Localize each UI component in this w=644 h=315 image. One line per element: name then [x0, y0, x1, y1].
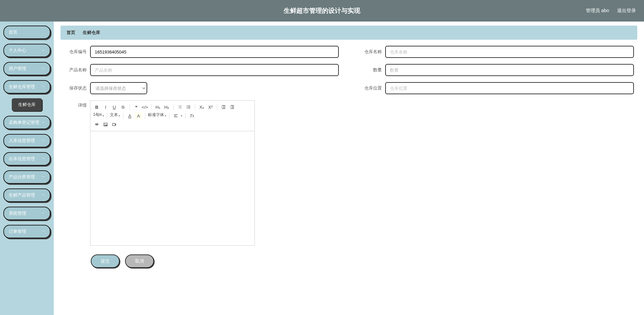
button-row: 提交 取消 — [61, 246, 637, 268]
input-quantity[interactable] — [385, 64, 634, 76]
chevron-down-icon: ﹀ — [42, 229, 45, 234]
sidebar-item-product-mgmt[interactable]: 生鲜产品管理 ﹀ — [3, 188, 50, 202]
h1-icon[interactable]: H₁ — [154, 103, 162, 111]
sidebar-subitem-label: 生鲜仓库 — [18, 102, 36, 107]
label-warehouse-location: 仓库位置 — [359, 85, 382, 91]
sidebar-item-label: 出库信息管理 — [9, 156, 35, 162]
input-warehouse-location[interactable] — [385, 82, 634, 94]
caret-down-icon: ▾ — [119, 114, 120, 117]
separator — [129, 104, 130, 110]
sidebar-item-label: 用户管理 — [9, 66, 26, 72]
breadcrumb-home[interactable]: 首页 — [67, 30, 75, 35]
label-warehouse-no: 仓库编号 — [64, 49, 87, 55]
row-warehouse-location: 仓库位置 — [359, 82, 634, 94]
italic-icon[interactable]: I — [102, 103, 109, 111]
label-detail: 详情 — [64, 100, 87, 246]
svg-rect-8 — [113, 124, 115, 126]
sidebar-item-label: 首页 — [9, 29, 17, 35]
app-header: 生鲜超市管理的设计与实现 管理员 abo 退出登录 — [0, 0, 644, 22]
editor-toolbar: B I U S ❝ </> H₁ H₂ — [90, 100, 255, 131]
input-warehouse-name[interactable] — [385, 46, 634, 58]
user-label[interactable]: 管理员 abo — [586, 8, 609, 14]
list-ordered-icon[interactable] — [176, 103, 184, 111]
sidebar-item-warehouse-mgmt[interactable]: 生鲜仓库管理 ﹀ — [3, 80, 50, 94]
font-family-select[interactable]: 标准字体 ▾ — [148, 112, 166, 119]
chevron-down-icon: ﹀ — [42, 156, 45, 161]
breadcrumb: 首页 生鲜仓库 — [61, 26, 637, 40]
separator — [169, 113, 169, 119]
cancel-button[interactable]: 取消 — [125, 254, 154, 268]
main-content: 首页 生鲜仓库 仓库编号 仓库名称 产品名称 数量 保存状态 — [54, 22, 644, 315]
row-detail: 详情 B I U S ❝ </> H₁ H₂ — [61, 94, 637, 246]
editor-body[interactable] — [90, 131, 255, 246]
separator — [151, 104, 152, 110]
align-icon[interactable] — [172, 112, 179, 119]
chevron-down-icon: ﹀ — [42, 84, 45, 89]
sidebar-item-label: 个人中心 — [9, 47, 26, 54]
sidebar-item-inbound-mgmt[interactable]: 入库信息管理 ﹀ — [3, 134, 50, 147]
caret-down-icon[interactable]: ▾ — [181, 114, 183, 117]
sidebar-subitem-warehouse[interactable]: 生鲜仓库 — [12, 98, 42, 111]
svg-rect-1 — [188, 106, 190, 106]
list-unordered-icon[interactable] — [185, 103, 192, 111]
chevron-down-icon: ﹀ — [42, 211, 45, 216]
bg-color-icon[interactable]: A — [135, 112, 142, 119]
chevron-down-icon: ﹀ — [42, 120, 45, 125]
sidebar-item-purchase-mgmt[interactable]: 采购单登记管理 ﹀ — [3, 116, 50, 129]
sidebar-item-user-mgmt[interactable]: 用户管理 ﹀ — [3, 62, 50, 75]
chevron-down-icon: ﹀ — [42, 66, 45, 71]
app-title: 生鲜超市管理的设计与实现 — [0, 6, 644, 15]
svg-point-4 — [187, 108, 188, 108]
select-storage-state[interactable]: 请选择保存状态 — [90, 82, 147, 94]
sidebar-item-label: 订单管理 — [9, 229, 26, 235]
label-warehouse-name: 仓库名称 — [359, 49, 382, 55]
quote-icon[interactable]: ❝ — [132, 103, 140, 111]
separator — [195, 104, 195, 110]
separator — [145, 113, 145, 119]
logout-link[interactable]: 退出登录 — [617, 8, 636, 14]
strike-icon[interactable]: S — [119, 103, 127, 111]
label-product-name: 产品名称 — [64, 67, 87, 73]
sidebar-item-category-mgmt[interactable]: 产品分类管理 ﹀ — [3, 170, 50, 184]
form-grid: 仓库编号 仓库名称 产品名称 数量 保存状态 请选择保存状态 — [61, 46, 637, 94]
input-product-name[interactable] — [90, 64, 339, 76]
outdent-icon[interactable] — [220, 103, 227, 111]
indent-icon[interactable] — [229, 103, 236, 111]
svg-point-2 — [187, 107, 188, 107]
sidebar-item-system-mgmt[interactable]: 系统管理 ﹀ — [3, 207, 50, 220]
rich-editor: B I U S ❝ </> H₁ H₂ — [90, 100, 255, 246]
chevron-down-icon: ﹀ — [42, 138, 45, 143]
row-storage-state: 保存状态 请选择保存状态 — [64, 82, 339, 94]
bold-icon[interactable]: B — [93, 103, 100, 111]
breadcrumb-current: 生鲜仓库 — [83, 30, 100, 35]
sidebar-item-label: 生鲜产品管理 — [9, 192, 35, 198]
code-icon[interactable]: </> — [141, 103, 149, 111]
font-style-select[interactable]: 文本 ▾ — [110, 112, 120, 119]
sidebar-item-home[interactable]: 首页 — [3, 26, 50, 39]
input-warehouse-no[interactable] — [90, 46, 339, 58]
sidebar-item-outbound-mgmt[interactable]: 出库信息管理 ﹀ — [3, 152, 50, 166]
svg-rect-5 — [188, 108, 190, 108]
underline-icon[interactable]: U — [111, 103, 118, 111]
caret-down-icon: ▾ — [165, 114, 166, 117]
sidebar-item-label: 产品分类管理 — [9, 174, 35, 180]
font-color-icon[interactable]: A — [126, 112, 133, 119]
clear-format-icon[interactable]: Tx — [188, 112, 196, 119]
submit-button[interactable]: 提交 — [91, 254, 120, 268]
image-icon[interactable] — [102, 121, 109, 128]
sidebar-item-personal[interactable]: 个人中心 ﹀ — [3, 44, 50, 57]
row-warehouse-name: 仓库名称 — [359, 46, 634, 58]
video-icon[interactable] — [111, 121, 118, 128]
h2-icon[interactable]: H₂ — [163, 103, 170, 111]
sidebar: 首页 个人中心 ﹀ 用户管理 ﹀ 生鲜仓库管理 ﹀ 生鲜仓库 采购单登记管理 ﹀… — [0, 22, 54, 315]
separator — [173, 104, 173, 110]
sidebar-item-order-mgmt[interactable]: 订单管理 ﹀ — [3, 225, 50, 238]
font-size-select[interactable]: 14px ▾ — [93, 112, 104, 119]
subscript-icon[interactable]: X₂ — [198, 103, 205, 111]
separator — [185, 113, 186, 119]
svg-rect-3 — [188, 107, 190, 107]
row-warehouse-no: 仓库编号 — [64, 46, 339, 58]
link-icon[interactable] — [93, 121, 100, 128]
superscript-icon[interactable]: X² — [207, 103, 214, 111]
label-storage-state: 保存状态 — [64, 85, 87, 91]
